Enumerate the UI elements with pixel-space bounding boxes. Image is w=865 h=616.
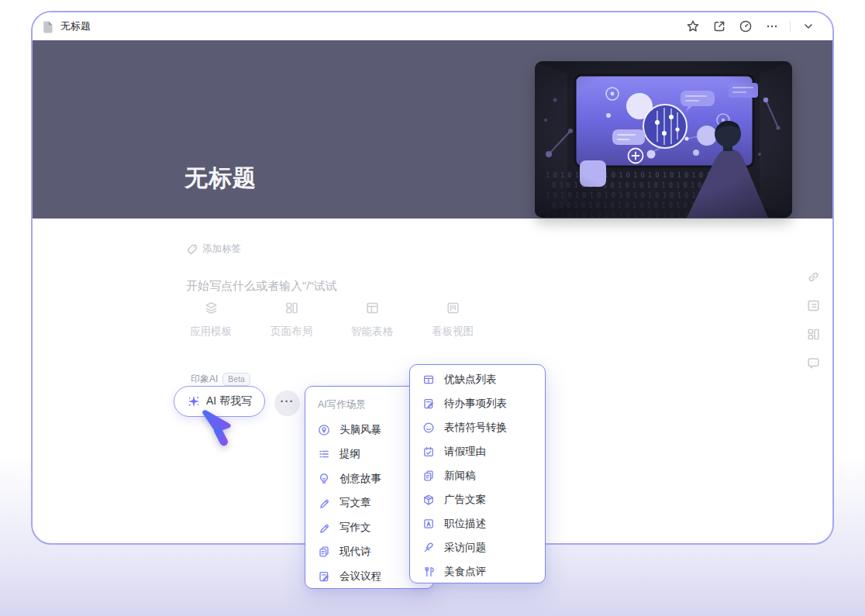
menu-item-food-review[interactable]: 美食点评 — [410, 559, 545, 583]
outline-icon — [318, 448, 330, 460]
template-app-templates[interactable]: 应用模板 — [171, 301, 251, 339]
calendar-check-icon — [422, 446, 435, 458]
cutlery-icon — [422, 566, 435, 578]
form-box-icon — [806, 298, 821, 313]
blocks-icon — [806, 327, 821, 342]
emoji-icon — [422, 422, 435, 434]
more-menu-button[interactable] — [759, 15, 785, 37]
ai-brand: 印象AI Beta — [191, 373, 250, 386]
comment-icon — [806, 356, 821, 370]
news-copy-icon — [422, 470, 435, 482]
pen-icon — [318, 497, 330, 509]
template-label: 页面布局 — [271, 325, 312, 339]
template-page-layout[interactable]: 页面布局 — [251, 301, 332, 339]
ai-more-button[interactable]: ··· — [274, 391, 300, 416]
table-list-icon — [422, 373, 435, 386]
table-icon — [365, 301, 380, 315]
document-icon — [40, 19, 55, 34]
header-banner: 无标题 101010101 — [33, 40, 832, 219]
menu-item-press-release[interactable]: 新闻稿 — [410, 463, 545, 487]
add-tag-button[interactable]: 添加标签 — [186, 243, 241, 256]
package-icon — [422, 494, 435, 506]
brainstorm-icon — [318, 424, 330, 436]
todo-icon — [422, 397, 435, 410]
template-label: 看板视图 — [432, 325, 474, 339]
template-label: 智能表格 — [351, 325, 393, 339]
editor-placeholder[interactable]: 开始写点什么或者输入"/"试试 — [186, 279, 337, 294]
kanban-icon — [446, 301, 460, 315]
add-tag-label: 添加标签 — [202, 243, 241, 256]
comments-panel-button[interactable] — [805, 355, 822, 370]
microphone-icon — [422, 542, 435, 554]
layers-icon — [204, 301, 219, 315]
right-tool-strip — [805, 269, 822, 370]
template-smart-table[interactable]: 智能表格 — [332, 301, 412, 339]
ai-brand-label: 印象AI — [191, 373, 218, 386]
outline-panel-button[interactable] — [805, 298, 822, 313]
cursor-pointer-icon — [195, 406, 240, 454]
tag-icon — [186, 243, 198, 255]
copy-doc-icon — [318, 545, 330, 558]
ai-extra-scene-menu: 优缺点列表 待办事项列表 表情符号转换 请假理由 — [409, 364, 546, 583]
menu-item-pros-cons[interactable]: 优缺点列表 — [410, 367, 545, 391]
menu-item-todo-list[interactable]: 待办事项列表 — [410, 391, 545, 415]
share-button[interactable] — [706, 15, 732, 37]
window-title: 无标题 — [60, 19, 91, 33]
collapse-chevron-button[interactable] — [795, 15, 822, 37]
star-button[interactable] — [680, 15, 706, 37]
menu-item-interview-questions[interactable]: 采访问题 — [410, 535, 545, 559]
job-doc-icon — [422, 518, 435, 530]
menu-item-leave-excuse[interactable]: 请假理由 — [410, 439, 545, 463]
titlebar-divider — [790, 20, 791, 33]
copy-link-button[interactable] — [805, 269, 822, 284]
history-clock-button[interactable] — [732, 15, 759, 37]
layout-icon — [284, 301, 299, 315]
ellipsis-icon: ··· — [281, 397, 295, 410]
beta-badge: Beta — [222, 373, 250, 386]
template-shortcuts: 应用模板 页面布局 智能表格 看板视图 — [171, 301, 493, 339]
idea-icon — [318, 473, 330, 485]
edit-doc-icon — [318, 570, 330, 583]
titlebar: 无标题 — [33, 12, 832, 40]
template-label: 应用模板 — [190, 325, 232, 339]
menu-item-emoji-convert[interactable]: 表情符号转换 — [410, 415, 545, 439]
banner-illustration: 10101010101010101010101010 0101010101010… — [535, 61, 792, 218]
page: 无标题 — [0, 0, 865, 616]
template-kanban-view[interactable]: 看板视图 — [412, 301, 493, 339]
layout-panel-button[interactable] — [805, 326, 822, 342]
link-icon — [806, 270, 821, 284]
note-title[interactable]: 无标题 — [184, 163, 257, 194]
menu-item-ad-copy[interactable]: 广告文案 — [410, 487, 545, 511]
menu-item-job-description[interactable]: 职位描述 — [410, 511, 545, 535]
pen-icon — [318, 521, 330, 534]
